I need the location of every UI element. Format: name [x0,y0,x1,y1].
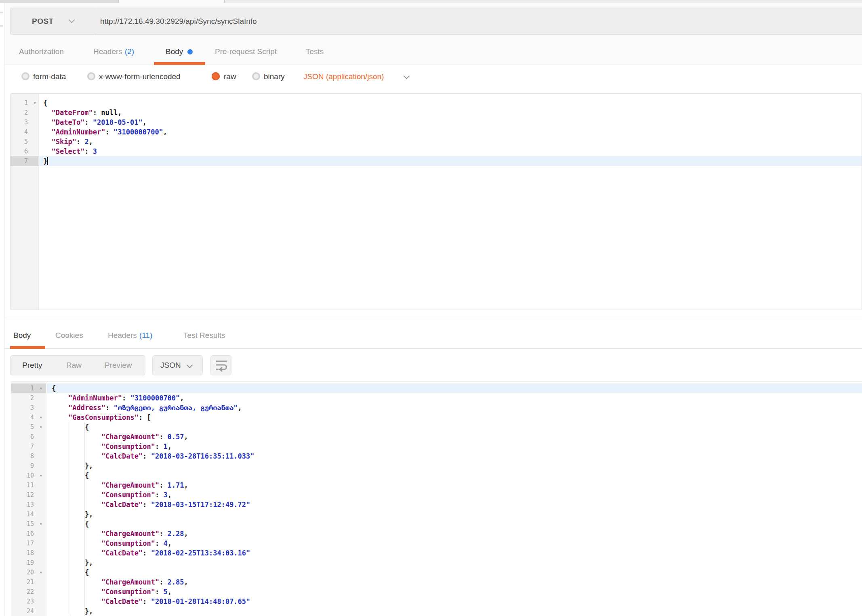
tab-authorization[interactable]: Authorization [19,38,64,65]
line-number: 20▾ [11,568,46,577]
form-data-label[interactable]: form-data [33,66,66,87]
content-type-selector[interactable]: JSON (application/json) [303,66,384,87]
radio-raw[interactable] [212,72,220,80]
line-number: 14 [11,509,46,519]
sidebar-edge [0,3,4,616]
code-line[interactable]: "Consumption": 3, [47,490,862,500]
code-line[interactable]: "Consumption": 1, [47,442,862,451]
wrap-text-button[interactable] [210,355,231,375]
view-mode-raw[interactable]: Raw [66,356,82,375]
line-number: 22 [11,587,46,597]
code-line[interactable]: }, [47,509,862,519]
code-line[interactable]: "Select": 3 [39,147,862,156]
line-number: 5 [11,137,38,147]
code-line[interactable]: "CalcDate": "2018-02-25T13:34:03.16" [47,548,862,558]
tab-pre-request-script[interactable]: Pre-request Script [215,38,277,65]
chevron-down-icon [187,362,193,369]
code-line[interactable]: { [47,568,862,577]
tab-headers[interactable]: Headers(2) [93,38,134,65]
code-line[interactable]: "AdminNumber": "3100000700", [47,393,862,403]
code-line[interactable]: { [47,519,862,529]
code-line[interactable]: "CalcDate": "2018-03-15T17:12:49.72" [47,500,862,509]
wrap-text-icon [214,359,228,372]
code-line[interactable]: "DateFrom": null, [39,108,862,117]
chevron-down-icon [69,17,75,23]
method-label: POST [32,8,54,34]
response-editor-code[interactable]: { "AdminNumber": "3100000700", "Address"… [47,382,862,616]
line-number: 2 [11,108,38,117]
line-number: 9 [11,461,46,471]
method-selector[interactable]: POST [11,8,94,34]
response-tab-cookies[interactable]: Cookies [55,323,83,348]
code-line[interactable]: }, [47,461,862,471]
code-line[interactable]: { [47,422,862,432]
line-number: 7 [11,156,38,166]
top-tab-strip-active-tab[interactable] [118,0,225,3]
code-line[interactable]: { [47,471,862,480]
view-mode-pretty[interactable]: Pretty [22,356,42,375]
request-body-editor[interactable]: 1▾234567 { "DateFrom": null, "DateTo": "… [10,93,862,310]
fold-caret-icon[interactable]: ▾ [40,383,42,393]
format-selector[interactable]: JSON [152,355,203,375]
request-editor-code[interactable]: { "DateFrom": null, "DateTo": "2018-05-0… [39,94,862,310]
fold-caret-icon[interactable]: ▾ [40,568,42,577]
code-line[interactable]: "ChargeAmount": 2.85, [47,577,862,587]
radio-x-www-form-urlencoded[interactable] [87,72,95,80]
code-line[interactable]: "DateTo": "2018-05-01", [39,117,862,127]
radio-binary[interactable] [252,72,260,80]
body-mode-row: form-data x-www-form-urlencoded raw bina… [4,66,862,93]
indent-guide [84,422,85,616]
line-number: 11 [11,480,46,490]
code-line[interactable]: }, [47,606,862,616]
line-number: 13 [11,500,46,509]
code-line[interactable]: "Consumption": 5, [47,587,862,597]
code-line[interactable]: "AdminNumber": "3100000700", [39,127,862,137]
response-tab-body[interactable]: Body [13,323,31,348]
code-line[interactable]: "ChargeAmount": 2.28, [47,529,862,538]
line-number: 21 [11,577,46,587]
response-tab-headers[interactable]: Headers(11) [108,323,152,348]
fold-caret-icon[interactable]: ▾ [40,519,42,529]
code-line[interactable]: "CalcDate": "2018-03-28T16:35:11.033" [47,451,862,461]
view-mode-group: Pretty Raw Preview [10,355,145,375]
fold-caret-icon[interactable]: ▾ [40,422,42,432]
radio-form-data[interactable] [21,72,29,80]
tab-body[interactable]: Body [166,38,183,65]
text-cursor [47,157,48,165]
response-section-divider [4,318,862,318]
x-www-form-urlencoded-label[interactable]: x-www-form-urlencoded [99,66,181,87]
sidebar-edge-tick [0,25,3,27]
response-tabs: Body Cookies Headers(11) Test Results [4,323,862,349]
tab-tests[interactable]: Tests [306,38,324,65]
request-editor-gutter: 1▾234567 [11,94,39,310]
line-number: 12 [11,490,46,500]
fold-caret-icon[interactable]: ▾ [40,413,42,422]
code-line[interactable]: } [39,156,862,166]
code-line[interactable]: }, [47,558,862,568]
request-tabs: Authorization Headers(2) Body Pre-reques… [4,38,862,65]
line-number: 8 [11,451,46,461]
code-line[interactable]: { [47,383,862,393]
response-tab-test-results[interactable]: Test Results [183,323,225,348]
code-line[interactable]: "Consumption": 4, [47,538,862,548]
response-body-editor[interactable]: 1▾234▾5▾678910▾1112131415▾1617181920▾212… [11,381,862,616]
binary-label[interactable]: binary [264,66,285,87]
code-line[interactable]: "ChargeAmount": 1.71, [47,480,862,490]
line-number: 18 [11,548,46,558]
active-tab-underline [154,62,205,65]
code-line[interactable]: { [39,98,862,108]
code-line[interactable]: "Address": "ოზურგეთი, გურიანთა, გურიანთა… [47,403,862,413]
format-label: JSON [160,356,181,375]
code-line[interactable]: "ChargeAmount": 0.57, [47,432,862,442]
fold-caret-icon[interactable]: ▾ [34,98,36,108]
indent-guide [68,422,68,616]
view-mode-preview[interactable]: Preview [105,356,132,375]
url-input[interactable] [100,8,625,34]
line-number: 3 [11,403,46,413]
code-line[interactable]: "Skip": 2, [39,137,862,147]
raw-label[interactable]: raw [224,66,236,87]
fold-caret-icon[interactable]: ▾ [40,471,42,480]
postman-window: POST Authorization Headers(2) Body Pre-r… [0,0,862,616]
code-line[interactable]: "CalcDate": "2018-01-28T14:48:07.65" [47,597,862,606]
code-line[interactable]: "GasConsumptions": [ [47,413,862,422]
